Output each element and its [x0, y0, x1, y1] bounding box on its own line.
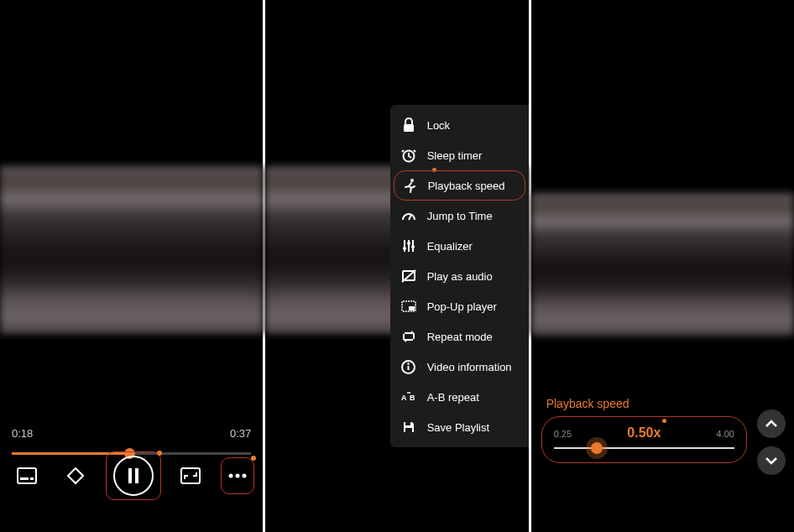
svg-rect-3	[128, 468, 132, 483]
menu-item-lock[interactable]: Lock	[390, 110, 529, 140]
speed-thumb[interactable]	[591, 442, 603, 454]
player-panel-speed: Playback speed 0.25 0.50x 4.00	[531, 0, 794, 532]
menu-item-label: A-B repeat	[427, 391, 479, 404]
playback-speed-title: Playback speed	[546, 397, 629, 410]
menu-item-label: Playback speed	[428, 180, 505, 192]
svg-rect-2	[30, 477, 34, 480]
pip-icon	[400, 298, 417, 315]
controls-row	[8, 451, 254, 500]
menu-item-label: Save Playlist	[427, 421, 489, 434]
speed-max-label: 4.00	[717, 429, 734, 439]
video-preview	[0, 166, 263, 334]
speedometer-icon	[400, 207, 417, 224]
menu-item-sleep-timer[interactable]: Sleep timer	[390, 140, 529, 170]
svg-point-7	[236, 474, 240, 478]
menu-item-video-info[interactable]: Video information	[390, 352, 529, 382]
speed-decrease-button[interactable]	[757, 446, 786, 475]
svg-point-13	[407, 242, 410, 245]
menu-item-repeat-mode[interactable]: Repeat mode	[390, 321, 529, 352]
save-icon	[400, 419, 417, 436]
rotate-button[interactable]	[57, 457, 94, 494]
menu-item-playback-speed[interactable]: Playback speed	[394, 170, 525, 201]
svg-text:B: B	[410, 394, 415, 402]
svg-rect-0	[18, 468, 36, 483]
svg-point-20	[407, 362, 409, 364]
video-preview	[531, 193, 794, 336]
svg-rect-4	[135, 468, 138, 483]
equalizer-icon	[400, 237, 417, 254]
ab-repeat-icon: AB	[400, 389, 417, 405]
menu-item-label: Jump to Time	[427, 210, 493, 222]
more-options-highlight	[221, 457, 254, 494]
play-pause-button[interactable]	[113, 456, 154, 496]
alarm-icon	[400, 147, 417, 164]
speed-value: 0.50x	[627, 425, 661, 441]
chevron-down-icon	[765, 456, 778, 465]
menu-item-ab-repeat[interactable]: AB A-B repeat	[390, 382, 529, 412]
playback-speed-control: 0.25 0.50x 4.00	[541, 416, 747, 463]
highlight-dot	[251, 456, 256, 461]
menu-item-label: Repeat mode	[427, 331, 493, 343]
more-options-button[interactable]	[225, 463, 250, 488]
aspect-ratio-button[interactable]	[172, 457, 209, 494]
chevron-up-icon	[765, 420, 778, 428]
more-horizontal-icon	[228, 473, 247, 478]
current-time: 0:18	[12, 427, 33, 440]
svg-rect-17	[409, 306, 415, 310]
pause-icon	[127, 468, 140, 483]
menu-item-label: Pop-Up player	[427, 300, 497, 313]
svg-point-14	[411, 245, 415, 248]
player-panel-controls: 0:18 0:37	[0, 0, 265, 532]
highlight-dot	[157, 451, 162, 456]
svg-rect-23	[405, 422, 410, 425]
svg-point-6	[229, 474, 233, 478]
lock-icon	[400, 117, 417, 133]
info-icon	[400, 358, 417, 375]
svg-text:A: A	[401, 394, 407, 402]
svg-point-12	[403, 247, 406, 250]
speed-increase-button[interactable]	[757, 409, 786, 438]
svg-point-11	[410, 179, 414, 182]
menu-item-play-as-audio[interactable]: Play as audio	[390, 261, 529, 291]
svg-rect-1	[20, 477, 29, 480]
menu-item-save-playlist[interactable]: Save Playlist	[390, 412, 529, 442]
menu-item-label: Play as audio	[427, 270, 493, 283]
menu-item-label: Sleep timer	[427, 149, 483, 162]
menu-item-popup-player[interactable]: Pop-Up player	[390, 291, 529, 321]
svg-rect-24	[405, 428, 412, 432]
svg-rect-9	[404, 124, 414, 132]
subtitle-button[interactable]	[8, 457, 45, 494]
menu-item-equalizer[interactable]: Equalizer	[390, 231, 529, 261]
time-row: 0:18 0:37	[12, 427, 251, 440]
svg-point-8	[243, 474, 247, 478]
menu-item-jump-to-time[interactable]: Jump to Time	[390, 201, 529, 231]
menu-item-label: Lock	[427, 119, 450, 132]
svg-rect-19	[408, 366, 410, 370]
menu-item-label: Equalizer	[427, 240, 473, 253]
menu-item-label: Video information	[427, 361, 512, 373]
running-icon	[401, 177, 418, 194]
player-panel-menu: Lock Sleep timer Playback speed Jump t	[265, 0, 530, 532]
advanced-options-menu: Lock Sleep timer Playback speed Jump t	[390, 105, 529, 447]
screen-off-icon	[400, 268, 417, 284]
repeat-icon	[400, 328, 417, 345]
duration: 0:37	[230, 427, 251, 440]
speed-min-label: 0.25	[554, 429, 572, 439]
play-pause-highlight	[106, 451, 161, 500]
speed-slider[interactable]	[554, 447, 734, 449]
speed-stepper	[757, 409, 786, 475]
